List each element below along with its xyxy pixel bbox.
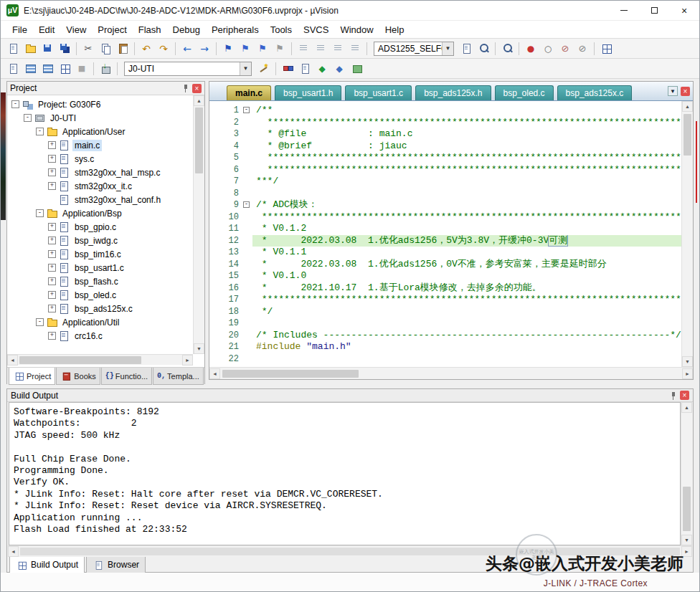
code-line[interactable]: 17 *************************************…	[209, 294, 693, 306]
bookmark-toggle-icon[interactable]: ⚑	[219, 40, 237, 57]
panel-tab-functio-[interactable]: {}Functio...	[101, 368, 152, 385]
expand-icon[interactable]: +	[48, 182, 56, 190]
tree-item-application-user[interactable]: -Application/User	[7, 125, 193, 138]
code-line[interactable]: 9-/* ADC模块：	[209, 199, 693, 211]
code-line[interactable]: 4 * @brief : jiauc	[209, 140, 693, 153]
code-line[interactable]: 16 * 2021.10.17 1.基于Lora模块修改，去掉多余的功能。	[209, 282, 693, 295]
editor-hscrollbar[interactable]: ◄ ►	[209, 367, 693, 379]
fold-collapse-icon[interactable]: -	[243, 107, 250, 113]
tab-list-chevron-down-icon[interactable]: ▼	[668, 86, 678, 96]
new-file-icon[interactable]	[4, 40, 22, 57]
menu-help[interactable]: Help	[379, 22, 410, 37]
bookmark-prev-icon[interactable]: ⚑	[237, 40, 254, 57]
minimize-button[interactable]	[609, 1, 639, 21]
code-line[interactable]: 21#include "main.h"	[209, 341, 693, 353]
menu-tools[interactable]: Tools	[265, 22, 298, 37]
editor-tab-main.c[interactable]: main.c	[227, 85, 271, 100]
batch-build-icon[interactable]	[56, 60, 73, 77]
find-combo[interactable]: ADS1255_SELFCAL▼	[374, 42, 454, 56]
scroll-right-icon[interactable]: ►	[682, 368, 693, 379]
code-line[interactable]: 2 **************************************…	[209, 117, 693, 129]
menu-project[interactable]: Project	[92, 22, 132, 37]
close-panel-icon[interactable]: ×	[192, 84, 202, 93]
project-tree-vscrollbar[interactable]: ▲ ▼	[193, 95, 204, 354]
tree-item-project-g030f6[interactable]: -Project: G030F6	[7, 97, 193, 111]
options-target-icon[interactable]	[255, 60, 273, 77]
tree-item-j0-uti[interactable]: -J0-UTI	[7, 111, 193, 125]
menu-debug[interactable]: Debug	[167, 22, 206, 37]
scrollbar-thumb[interactable]	[222, 370, 359, 378]
target-combo[interactable]: J0-UTI▼	[124, 62, 252, 76]
scroll-left-icon[interactable]: ◄	[209, 368, 220, 379]
code-line[interactable]: 14 * 2022.03.08 1.优化ads1256，0V不准，参考安富莱，主…	[209, 259, 693, 271]
scrollbar-thumb[interactable]	[683, 487, 691, 531]
panel-tab-templa-[interactable]: 0,Templa...	[153, 368, 204, 385]
collapse-icon[interactable]: -	[36, 128, 44, 135]
code-line[interactable]: 19	[209, 318, 693, 330]
editor-tab-bsp_usart1.h[interactable]: bsp_usart1.h	[275, 85, 341, 100]
expand-icon[interactable]: +	[48, 332, 56, 340]
expand-icon[interactable]: +	[48, 237, 56, 244]
rebuild-icon[interactable]	[39, 60, 56, 77]
expand-icon[interactable]: +	[48, 277, 56, 285]
breakpoint-disable-icon[interactable]: ⊘	[557, 40, 574, 57]
open-file-icon[interactable]	[22, 40, 39, 57]
editor-vscrollbar[interactable]: ▲ ▼	[681, 101, 693, 367]
code-line[interactable]: 1-/**	[209, 105, 693, 117]
save-all-icon[interactable]	[56, 40, 73, 57]
find-menu-icon[interactable]	[498, 40, 516, 57]
tree-item-bsp_usart1.c[interactable]: +bsp_usart1.c	[7, 261, 193, 274]
chevron-down-icon[interactable]: ▼	[442, 42, 453, 55]
find-in-files-icon[interactable]	[475, 40, 492, 57]
manage-items-icon[interactable]	[279, 60, 296, 77]
redo-icon[interactable]: ↷	[155, 40, 172, 57]
code-line[interactable]: 7***/	[209, 176, 693, 188]
bookmark-next-icon[interactable]: ⚑	[254, 40, 271, 57]
download-icon[interactable]	[97, 60, 114, 77]
panel-tab-books[interactable]: Books	[56, 368, 100, 385]
code-line[interactable]: 20/* Includes --------------------------…	[209, 330, 693, 342]
editor-tab-bsp_ads125x.h[interactable]: bsp_ads125x.h	[415, 85, 491, 100]
build-icon[interactable]	[22, 60, 39, 77]
navigate-forward-icon[interactable]: →	[196, 40, 213, 57]
scroll-left-icon[interactable]: ◄	[7, 355, 18, 366]
code-line[interactable]: 13 * V0.1.1	[209, 247, 693, 259]
indent-icon[interactable]	[295, 40, 312, 57]
pack-installer-icon[interactable]: ◆	[331, 60, 348, 77]
window-layout-icon[interactable]	[597, 40, 615, 57]
scroll-right-icon[interactable]: ►	[182, 355, 193, 366]
find-icon[interactable]	[458, 40, 475, 57]
scroll-up-icon[interactable]: ▲	[682, 101, 693, 112]
menu-peripherals[interactable]: Peripherals	[206, 22, 265, 37]
paste-icon[interactable]	[114, 40, 131, 57]
menu-flash[interactable]: Flash	[133, 22, 167, 37]
tree-item-stm32g0xx_it.c[interactable]: +stm32g0xx_it.c	[7, 179, 193, 193]
cut-icon[interactable]: ✂	[80, 40, 97, 57]
build-output-vscrollbar[interactable]: ▲ ▼	[681, 402, 692, 545]
close-document-icon[interactable]: ×	[681, 87, 690, 96]
tree-item-sys.c[interactable]: +sys.c	[7, 152, 193, 166]
tree-item-crc16.c[interactable]: +crc16.c	[7, 329, 193, 343]
uncomment-icon[interactable]	[346, 40, 364, 57]
menu-edit[interactable]: Edit	[33, 22, 60, 37]
maximize-button[interactable]	[639, 1, 669, 21]
menu-view[interactable]: View	[60, 22, 92, 37]
bottom-tab-build-output[interactable]: Build Output	[9, 557, 85, 573]
pin-icon[interactable]	[181, 83, 190, 93]
collapse-icon[interactable]: -	[36, 318, 44, 326]
breakpoint-enable-icon[interactable]: ○	[539, 40, 557, 57]
expand-icon[interactable]: +	[48, 155, 56, 163]
collapse-icon[interactable]: -	[24, 114, 32, 122]
code-line[interactable]: 6 **************************************…	[209, 164, 693, 176]
code-line[interactable]: 12 * 2022.03.08 1.优化ads1256，5V为3.8V，开缓冲0…	[209, 235, 693, 247]
code-line[interactable]: 18 */	[209, 306, 693, 318]
close-button[interactable]: ×	[669, 1, 699, 21]
code-line[interactable]: 5 **************************************…	[209, 152, 693, 164]
comment-icon[interactable]	[329, 40, 346, 57]
expand-icon[interactable]: +	[48, 141, 56, 149]
expand-icon[interactable]: +	[48, 305, 56, 312]
bottom-tab-browser[interactable]: Browser	[86, 557, 146, 573]
scrollbar-thumb[interactable]	[19, 356, 141, 364]
menu-window[interactable]: Window	[334, 22, 379, 37]
scroll-up-icon[interactable]: ▲	[681, 402, 692, 413]
